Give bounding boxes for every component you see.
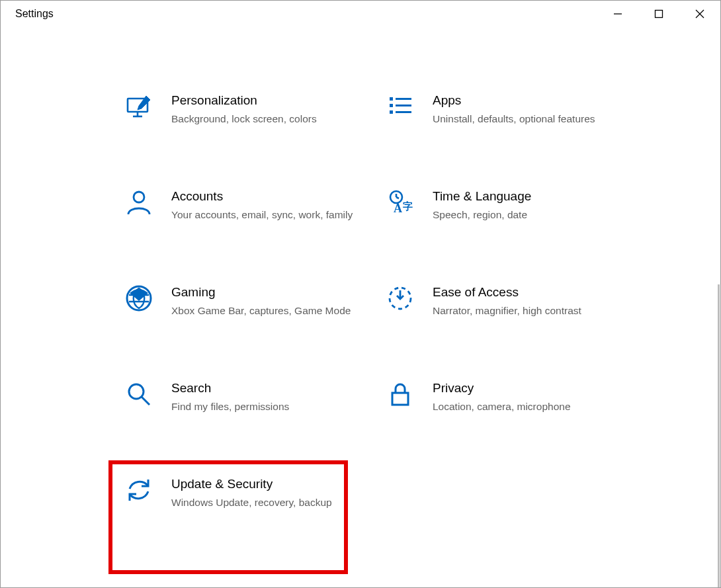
svg-rect-1	[656, 11, 663, 18]
tile-desc: Location, camera, microphone	[433, 400, 616, 413]
tile-label: Update & Security	[171, 476, 355, 492]
svg-rect-9	[390, 110, 393, 114]
tile-label: Gaming	[171, 284, 355, 300]
time-language-icon: A 字	[385, 187, 415, 218]
gaming-icon	[124, 283, 154, 314]
tile-desc: Xbox Game Bar, captures, Game Mode	[171, 304, 355, 317]
tile-gaming[interactable]: Gaming Xbox Game Bar, captures, Game Mod…	[120, 282, 364, 335]
window-controls	[597, 1, 720, 27]
tile-label: Time & Language	[433, 189, 616, 204]
content-area: Personalization Background, lock screen,…	[1, 27, 720, 587]
privacy-icon	[385, 379, 415, 409]
svg-point-22	[129, 384, 144, 399]
tile-personalization[interactable]: Personalization Background, lock screen,…	[120, 90, 364, 143]
maximize-button[interactable]	[638, 1, 679, 27]
tile-desc: Your accounts, email, sync, work, family	[171, 208, 355, 222]
tile-label: Personalization	[171, 93, 355, 108]
window-title: Settings	[15, 8, 54, 20]
svg-rect-24	[392, 393, 408, 405]
svg-line-23	[142, 397, 149, 405]
tile-label: Search	[171, 380, 355, 396]
tile-apps[interactable]: Apps Uninstall, defaults, optional featu…	[381, 90, 626, 143]
settings-window: Settings	[0, 0, 721, 588]
tile-desc: Narrator, magnifier, high contrast	[433, 304, 616, 317]
tile-privacy[interactable]: Privacy Location, camera, microphone	[381, 378, 626, 431]
vertical-scrollbar[interactable]	[718, 284, 720, 587]
svg-rect-12	[396, 111, 411, 113]
svg-text:A: A	[394, 202, 402, 215]
svg-rect-7	[390, 97, 393, 101]
tile-label: Ease of Access	[433, 284, 616, 300]
apps-icon	[385, 91, 415, 122]
svg-rect-11	[396, 105, 411, 106]
tile-accounts[interactable]: Accounts Your accounts, email, sync, wor…	[120, 186, 364, 239]
tile-desc: Speech, region, date	[433, 208, 616, 222]
tile-search[interactable]: Search Find my files, permissions	[120, 378, 364, 431]
tile-desc: Find my files, permissions	[171, 400, 355, 413]
svg-point-13	[134, 192, 144, 202]
personalization-icon	[124, 91, 154, 122]
minimize-button[interactable]	[597, 1, 638, 27]
svg-rect-10	[396, 98, 411, 100]
tile-update-security[interactable]: Update & Security Windows Update, recove…	[120, 474, 364, 526]
close-button[interactable]	[679, 1, 720, 27]
tile-desc: Background, lock screen, colors	[171, 112, 355, 126]
tile-desc: Windows Update, recovery, backup	[171, 496, 355, 509]
tile-label: Apps	[433, 93, 616, 108]
search-icon	[124, 379, 154, 409]
titlebar: Settings	[1, 1, 720, 27]
svg-text:字: 字	[403, 200, 413, 212]
tile-time-language[interactable]: A 字 Time & Language Speech, region, date	[381, 186, 626, 239]
tile-label: Privacy	[433, 380, 616, 396]
tile-ease-of-access[interactable]: Ease of Access Narrator, magnifier, high…	[381, 282, 626, 335]
update-security-icon	[124, 475, 154, 505]
svg-rect-8	[390, 104, 393, 107]
tile-desc: Uninstall, defaults, optional features	[433, 112, 616, 126]
settings-grid: Personalization Background, lock screen,…	[120, 90, 649, 526]
svg-line-16	[396, 197, 399, 198]
ease-of-access-icon	[385, 283, 415, 314]
tile-label: Accounts	[171, 189, 355, 204]
accounts-icon	[124, 187, 154, 218]
